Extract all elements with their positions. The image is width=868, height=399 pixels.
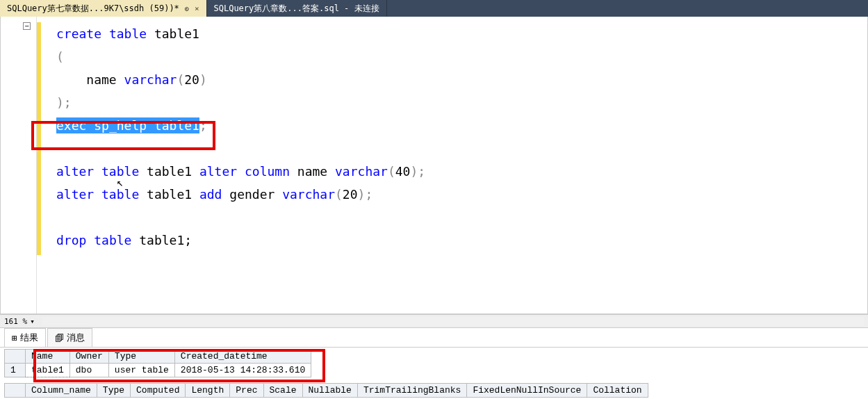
cell-type[interactable]: user table	[108, 364, 174, 377]
tab-messages[interactable]: 🗐 消息	[47, 328, 92, 347]
code-line-5: exec sp_help table1;	[56, 114, 425, 137]
tab-label: SQLQuery第八章数...答案.sql - 未连接	[214, 3, 379, 15]
grid1-header-row: Name Owner Type Created_datetime	[5, 350, 311, 364]
grid1-row-1: 1 table1 dbo user table 2018-05-13 14:28…	[5, 364, 311, 377]
code-line-1: create table table1	[56, 22, 425, 45]
grid-icon: ⊞	[12, 333, 17, 343]
results-grid-2[interactable]: Column_name Type Computed Length Prec Sc…	[4, 383, 648, 398]
row-number[interactable]: 1	[5, 364, 26, 377]
pin-icon[interactable]: ⊙	[185, 5, 189, 13]
zoom-value: 161 %	[4, 317, 27, 326]
code-line-4: );	[56, 91, 425, 114]
row-header-blank2	[5, 384, 26, 398]
zoom-bar: 161 % ▾	[0, 314, 868, 328]
cell-created[interactable]: 2018-05-13 14:28:33.610	[174, 364, 311, 377]
col-owner[interactable]: Owner	[69, 350, 108, 364]
col-fixed[interactable]: FixedLenNullInSource	[467, 384, 587, 398]
document-tabs-bar: SQLQuery第七章数据...9K7\ssdh (59))* ⊙ × SQLQ…	[0, 0, 868, 17]
horizontal-scrollbar[interactable]	[42, 317, 864, 325]
close-icon[interactable]: ×	[195, 4, 199, 13]
col-length[interactable]: Length	[186, 384, 230, 398]
tab-results[interactable]: ⊞ 结果	[4, 328, 46, 347]
code-content[interactable]: − create table table1 ( name varchar(20)…	[37, 17, 425, 314]
col-trim[interactable]: TrimTrailingBlanks	[357, 384, 466, 398]
code-line-7: alter table table1 add gender varchar(20…	[56, 183, 425, 206]
grid2-header-row: Column_name Type Computed Length Prec Sc…	[5, 384, 648, 398]
col-nullable[interactable]: Nullable	[302, 384, 357, 398]
results-grid-panel: Name Owner Type Created_datetime 1 table…	[0, 348, 868, 399]
col-collation[interactable]: Collation	[587, 384, 648, 398]
code-line-6: alter table table1 alter column name var…	[56, 160, 425, 183]
row-header-blank	[5, 350, 26, 364]
tab-sqlquery8[interactable]: SQLQuery第八章数...答案.sql - 未连接	[207, 0, 387, 17]
tab-label: SQLQuery第七章数据...9K7\ssdh (59))*	[7, 3, 179, 15]
cell-name[interactable]: table1	[26, 364, 70, 377]
code-line-blank-2	[56, 206, 425, 229]
code-line-blank-1	[56, 137, 425, 160]
col-prec[interactable]: Prec	[230, 384, 263, 398]
zoom-dropdown-icon[interactable]: ▾	[30, 317, 35, 326]
cell-owner[interactable]: dbo	[69, 364, 108, 377]
col-created[interactable]: Created_datetime	[174, 350, 311, 364]
col-type2[interactable]: Type	[97, 384, 130, 398]
col-scale[interactable]: Scale	[263, 384, 302, 398]
messages-label: 消息	[67, 332, 85, 344]
col-name[interactable]: Name	[26, 350, 70, 364]
col-computed[interactable]: Computed	[131, 384, 186, 398]
results-tabs: ⊞ 结果 🗐 消息	[0, 328, 868, 348]
tab-sqlquery7[interactable]: SQLQuery第七章数据...9K7\ssdh (59))* ⊙ ×	[0, 0, 207, 17]
code-editor[interactable]: − create table table1 ( name varchar(20)…	[0, 17, 868, 314]
results-label: 结果	[20, 332, 38, 344]
col-type[interactable]: Type	[108, 350, 174, 364]
gutter	[1, 17, 37, 314]
results-grid-1[interactable]: Name Owner Type Created_datetime 1 table…	[4, 349, 311, 377]
messages-icon: 🗐	[55, 333, 64, 343]
code-line-3: name varchar(20)	[56, 68, 425, 91]
code-line-2: (	[56, 45, 425, 68]
col-column-name[interactable]: Column_name	[26, 384, 97, 398]
collapse-icon[interactable]: −	[23, 22, 31, 30]
code-line-8: drop table table1;	[56, 229, 425, 252]
